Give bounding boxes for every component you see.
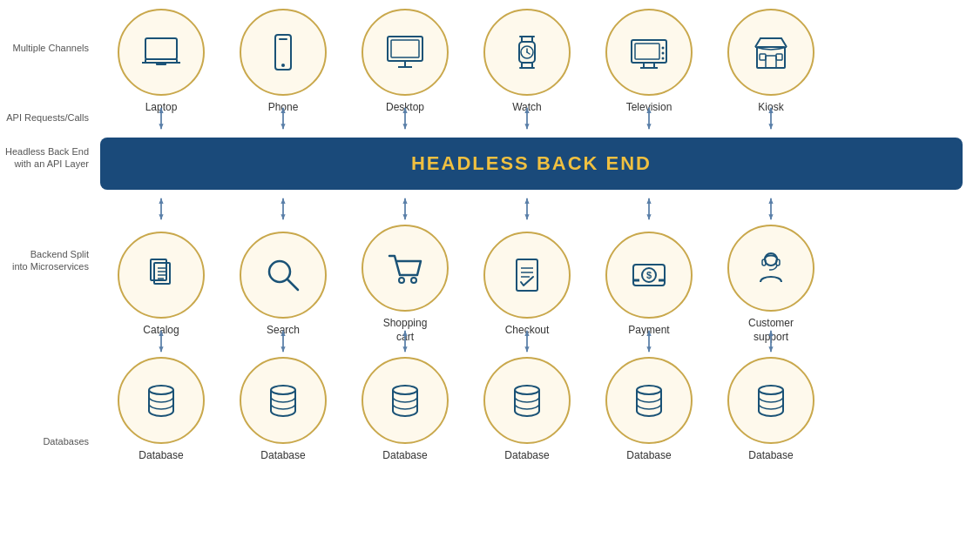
arrow-col-2-5 [588,197,710,221]
svg-text:$: $ [646,270,652,280]
svg-point-26 [662,47,665,50]
arrow-col-2-3 [344,197,466,221]
v-arrow-1 [152,106,170,131]
svg-marker-50 [768,124,773,129]
label-backend-split: Backend Splitinto Microservices [0,248,96,273]
search-circle [240,232,327,319]
microservice-checkout: Checkout [466,232,588,338]
desktop-icon [382,30,428,75]
svg-rect-30 [766,56,776,68]
svg-marker-108 [768,331,773,336]
backend-bar-text: HEADLESS BACK END [411,152,652,175]
television-circle [605,9,693,96]
svg-marker-38 [280,124,285,129]
kiosk-circle [727,9,814,96]
db5-label: Database [626,449,671,463]
cart-circle [362,225,449,312]
support-icon [748,245,794,291]
svg-rect-90 [776,259,780,265]
v-arrow-3-3 [396,329,414,353]
db1-circle [118,357,205,444]
channel-television: Television [588,9,710,115]
svg-marker-97 [280,346,285,352]
arrow-col-3-6 [710,329,832,353]
svg-marker-55 [280,198,285,204]
backend-bar: HEADLESS BACK END [100,138,963,190]
svg-line-14 [527,52,530,54]
v-arrow-3-6 [762,329,780,353]
db4-icon [504,378,550,423]
svg-marker-52 [159,198,163,204]
channel-laptop: Laptop [100,9,222,115]
db4-label: Database [504,449,549,463]
svg-marker-56 [280,214,285,219]
db4-circle [483,357,571,444]
phone-circle [240,9,327,96]
v-arrow-3-1 [152,329,170,353]
v-arrow-2-5 [640,197,658,221]
svg-rect-32 [776,54,782,60]
channel-kiosk: Kiosk [710,9,832,115]
svg-marker-106 [646,346,651,352]
svg-rect-31 [760,54,766,60]
svg-marker-96 [280,331,285,336]
db3-circle [362,357,449,444]
payment-circle: $ [605,232,693,319]
arrow-col-6 [710,106,832,131]
svg-rect-89 [762,259,766,265]
arrow-col-2-6 [710,197,832,221]
svg-marker-37 [280,108,285,113]
label-headless-backend: Headless Back Endwith an API Layer [0,145,96,171]
watch-icon [504,30,550,75]
phone-icon [260,30,306,75]
microservice-payment: $ Payment [588,232,710,338]
v-arrow-2-3 [396,197,414,221]
label-api-requests: API Requests/Calls [0,111,96,124]
svg-point-115 [759,386,783,394]
arrows-row-2 [100,197,963,221]
db6-circle [727,357,814,444]
svg-marker-46 [646,108,651,113]
search-icon [260,252,306,298]
db6-icon [748,378,794,423]
arrow-col-2 [222,106,344,131]
cart-icon [382,245,428,291]
db2-icon [260,378,306,423]
label-databases: Databases [0,435,96,447]
svg-marker-53 [159,214,163,219]
microservice-search: Search [222,232,344,338]
arrow-col-2-1 [100,197,222,221]
catalog-icon [139,252,184,298]
arrow-col-3-5 [588,329,710,353]
kiosk-icon [748,30,794,75]
databases-row: Database Database [100,357,963,463]
arrow-col-5 [588,106,710,131]
arrow-col-3-2 [222,329,344,353]
arrow-col-3-3 [344,329,466,353]
microservice-catalog: Catalog [100,232,222,338]
svg-marker-105 [646,331,651,336]
svg-marker-35 [159,124,163,129]
v-arrow-2-6 [762,197,780,221]
v-arrow-3-4 [518,329,536,353]
svg-marker-58 [402,198,407,204]
svg-marker-49 [768,108,773,113]
arrows-row-3 [100,329,963,353]
laptop-circle [118,9,205,96]
arrow-col-3 [344,106,466,131]
arrow-col-1 [100,106,222,131]
svg-marker-93 [159,331,163,336]
svg-marker-40 [402,108,407,113]
watch-circle [483,9,571,96]
svg-marker-109 [768,346,773,352]
laptop-icon [139,30,184,75]
database-6: Database [710,357,832,463]
db2-label: Database [260,449,305,463]
diagram: Multiple Channels Laptop [0,0,980,551]
database-5: Database [588,357,710,463]
svg-rect-10 [391,40,419,57]
database-3: Database [344,357,466,463]
svg-marker-103 [524,346,529,352]
channel-desktop: Desktop [344,9,466,115]
svg-point-27 [662,52,665,55]
